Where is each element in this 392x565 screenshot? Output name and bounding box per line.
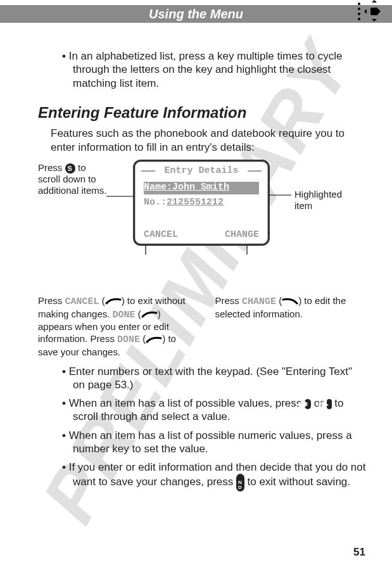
- left-softkey-icon: [105, 298, 122, 305]
- softkey-right: CHANGE: [225, 229, 259, 240]
- t: (: [276, 295, 282, 306]
- annotation-scroll-a: Press: [38, 162, 65, 173]
- screen-row-name: Name:John Smith: [144, 182, 259, 194]
- screen-diagram: Press S to scroll down to additional ite…: [38, 160, 355, 293]
- t: (: [140, 333, 146, 344]
- annotation-cancel-done: Press CANCEL () to exit without making c…: [38, 295, 190, 359]
- navigation-icon: [355, 0, 381, 30]
- name-value: John Smith: [172, 182, 229, 193]
- svg-point-1: [358, 8, 360, 10]
- bullet-list-values: When an item has a list of possible valu…: [73, 397, 367, 424]
- t: Press: [215, 295, 243, 306]
- section-intro: Features such as the phonebook and dateb…: [51, 127, 367, 155]
- screen-title: Entry Details: [135, 165, 268, 176]
- b5b: to exit without saving.: [244, 476, 350, 488]
- svg-marker-6: [364, 9, 367, 14]
- header-title: Using the Menu: [149, 7, 243, 22]
- right-key-icon: #▶: [327, 399, 332, 409]
- diagram-footer-annotations: Press CANCEL () to exit without making c…: [38, 295, 367, 359]
- left-softkey-icon: [146, 336, 162, 343]
- bullet-exit-without-saving: If you enter or edit information and the…: [73, 460, 367, 492]
- annotation-highlighted-item: Highlighted item: [294, 189, 358, 212]
- t: Press: [38, 295, 65, 306]
- scroll-key-icon: S: [65, 163, 75, 174]
- done-mono-2: DONE: [117, 334, 140, 345]
- svg-point-2: [358, 13, 360, 15]
- screen-row-number: No.:2125551212: [144, 197, 259, 210]
- bullet-alphabetized-list: In an alphabetized list, press a key mul…: [73, 49, 367, 90]
- change-mono: CHANGE: [242, 296, 276, 307]
- left-softkey-icon: [141, 311, 158, 318]
- b3a: When an item has a list of possible valu…: [69, 397, 305, 409]
- svg-marker-5: [372, 19, 377, 22]
- left-key-icon: ◀✱: [305, 399, 311, 409]
- svg-point-3: [358, 18, 360, 20]
- softkey-row: CANCEL CHANGE: [144, 229, 259, 240]
- name-label: Name:: [144, 182, 172, 193]
- page-header: Using the Menu: [0, 5, 392, 23]
- softkey-left: CANCEL: [144, 229, 178, 240]
- done-mono-1: DONE: [113, 310, 136, 321]
- right-softkey-icon: [282, 298, 298, 305]
- no-value: 2125551212: [167, 197, 224, 208]
- t: (: [136, 308, 141, 319]
- cancel-mono: CANCEL: [65, 296, 99, 307]
- svg-rect-8: [370, 8, 378, 15]
- bullet-numeric-values: When an item has a list of possible nume…: [73, 429, 367, 456]
- annotation-change: Press CHANGE () to edit the selected inf…: [215, 295, 367, 359]
- svg-marker-4: [372, 0, 377, 3]
- phone-screen: Entry Details Name:John Smith No.:212555…: [133, 160, 270, 246]
- section-heading: Entering Feature Information: [38, 104, 367, 122]
- svg-marker-7: [378, 9, 381, 14]
- bullet-enter-numbers: Enter numbers or text with the keypad. (…: [73, 365, 367, 392]
- svg-point-0: [358, 3, 360, 5]
- t: (: [99, 295, 105, 306]
- page-number: 51: [353, 546, 365, 559]
- annotation-scroll: Press S to scroll down to additional ite…: [38, 162, 108, 196]
- end-key-icon: END: [236, 474, 244, 492]
- no-label: No.:: [144, 197, 167, 208]
